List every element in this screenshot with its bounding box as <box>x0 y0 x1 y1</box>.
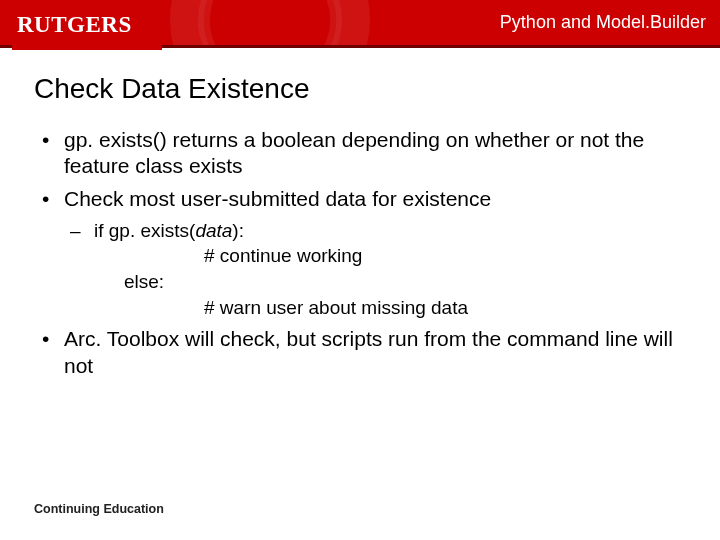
code-else: else: <box>94 269 686 295</box>
header: Python and Model.Builder RUTGERS <box>0 0 720 55</box>
bullet-item: Check most user-submitted data for exist… <box>34 186 686 321</box>
code-if-prefix: if gp. exists( <box>94 220 195 241</box>
bullet-list: gp. exists() returns a boolean depending… <box>34 127 686 379</box>
rutgers-logo-svg: RUTGERS <box>12 8 162 50</box>
bullet-item: Arc. Toolbox will check, but scripts run… <box>34 326 686 379</box>
code-if-arg: data <box>195 220 232 241</box>
slide-body: Check Data Existence gp. exists() return… <box>0 55 720 379</box>
code-if-suffix: ): <box>232 220 244 241</box>
bullet-text: Check most user-submitted data for exist… <box>64 187 491 210</box>
slide: Python and Model.Builder RUTGERS Check D… <box>0 0 720 540</box>
sub-list: if gp. exists(data): # continue working … <box>64 218 686 321</box>
rutgers-logo: RUTGERS <box>12 8 162 50</box>
course-title: Python and Model.Builder <box>500 12 706 33</box>
code-warn: # warn user about missing data <box>94 295 686 321</box>
code-block: if gp. exists(data): # continue working … <box>64 218 686 321</box>
slide-title: Check Data Existence <box>34 73 686 105</box>
bullet-item: gp. exists() returns a boolean depending… <box>34 127 686 180</box>
emblem-watermark <box>142 0 398 48</box>
logo-text: RUTGERS <box>17 12 132 37</box>
code-continue: # continue working <box>94 243 686 269</box>
code-if-line: if gp. exists(data): <box>94 218 686 244</box>
footer-text: Continuing Education <box>34 502 164 516</box>
